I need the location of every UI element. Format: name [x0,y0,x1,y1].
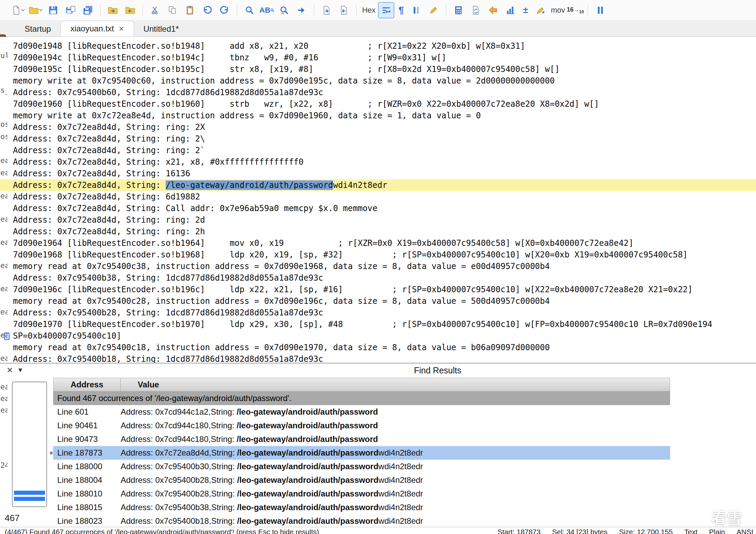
undo-button[interactable] [199,2,215,18]
find-results-scrollbar[interactable] [12,382,47,507]
editor-line[interactable]: memory read at 0x7c95400c18, instruction… [13,342,756,353]
cut-button[interactable] [147,2,163,18]
histogram-button[interactable] [502,2,519,18]
find-result-row[interactable]: Line 601Address: 0x7cd944c1a2,String: /l… [53,405,670,419]
convert-file-button[interactable] [468,2,484,18]
column-mode-button[interactable] [408,2,424,18]
jump-back-button[interactable] [485,2,501,18]
column-header-address[interactable]: Address [53,378,121,391]
import-folder-button[interactable] [105,2,121,18]
save-as-button[interactable] [62,2,79,18]
paste-button[interactable] [182,2,198,18]
result-line-number[interactable]: Line 188010 [53,487,121,501]
status-text-mode[interactable]: Text [684,528,698,534]
edit-operations-button[interactable] [532,2,549,18]
close-icon[interactable]: × [7,365,13,375]
copy-button[interactable] [164,2,181,18]
editor-line[interactable]: Address: 0x7c72ea8d4d, String: /leo-gate… [0,179,756,191]
result-line-number[interactable]: Line 187873 [53,446,121,460]
mov-tool-button[interactable]: mov [550,2,566,18]
editor-line[interactable]: Address: 0x7c72ea8d4d, String: ring: 2X [13,121,756,133]
editor-line[interactable]: 7d090e1970 [libRequestEncoder.so!b1970] … [13,318,756,330]
editor-line[interactable]: 7d090e195c [libRequestEncoder.so!b195c] … [13,63,756,75]
show-paragraph-marks-button[interactable]: ¶ [395,2,407,18]
pause-button[interactable] [592,2,608,18]
result-line-number[interactable]: Line 90461 [53,419,121,432]
status-charset[interactable]: ANSI [737,528,753,534]
editor-line[interactable]: memory read at 0x7c95400c28, instruction… [13,295,756,307]
tab-untitled1[interactable]: Untitled1* [134,21,188,36]
open-file-button[interactable] [28,2,44,18]
tab-close-icon[interactable]: × [119,24,124,33]
save-button[interactable] [45,2,61,18]
redo-button[interactable] [216,2,233,18]
result-line-number[interactable]: Line 188023 [53,514,121,528]
find-result-row[interactable]: Line 187873Address: 0x7c72ea8d4d,String:… [53,446,670,460]
result-value[interactable]: Address: 0x7c95400b28,String: /leo-gatew… [121,473,670,487]
result-value[interactable]: Address: 0x7c95400b28,String: /leo-gatew… [121,487,670,501]
selected-text[interactable]: /leo-gateway/android/auth/password [166,180,333,190]
goto-line-button[interactable] [293,2,310,18]
dropdown-caret-icon[interactable]: ▾ [18,366,22,374]
checksum-button[interactable]: ± [520,2,531,18]
editor-line[interactable]: 7d090e196c [libRequestEncoder.so!b196c] … [13,284,756,295]
find-result-row[interactable]: Line 188000Address: 0x7c95400b30,String:… [53,460,670,473]
find-button[interactable] [241,2,258,18]
export-folder-button[interactable] [122,2,138,18]
editor-line[interactable]: 7d090e1960 [libRequestEncoder.so!b1960] … [13,98,756,110]
result-value[interactable]: Address: 0x7cd944c180,String: /leo-gatew… [121,419,670,432]
find-result-row[interactable]: Line 188010Address: 0x7c95400b28,String:… [53,487,670,501]
status-syntax[interactable]: Plain [709,528,725,534]
result-line-number[interactable]: Line 188015 [53,501,121,514]
column-header-value[interactable]: Value [121,378,670,391]
result-value[interactable]: Address: 0x7c72ea8d4d,String: /leo-gatew… [121,446,670,460]
base-converter-button[interactable]: 16→10 [567,2,584,18]
editor-line[interactable]: Address: 0x7c95400b60, String: 1dcd877d8… [13,87,756,98]
editor-line[interactable]: Address: 0x7c72ea8d4d, String: ring: 2d [13,214,756,226]
editor-line[interactable]: Address: 0x7c72ea8d4d, String: ring: 2\ [13,133,756,145]
result-value[interactable]: Address: 0x7c95400b18,String: /leo-gatew… [121,514,670,528]
editor-line[interactable]: Address: 0x7c95400b18, String: 1dcd877d8… [13,353,756,363]
editor-line[interactable]: Address: 0x7c72ea8d4d, String: 6d19882 [13,191,756,203]
editor-line[interactable]: 7d090e1964 [libRequestEncoder.so!b1964] … [13,237,756,249]
editor-line[interactable]: SP=0xb400007c95400c10] [13,330,756,342]
editor-line[interactable]: Address: 0x7c72ea8d4d, String: Call addr… [13,203,756,214]
editor-line[interactable]: Address: 0x7c72ea8d4d, String: ring: 2` [13,145,756,156]
find-result-row[interactable]: Line 188004Address: 0x7c95400b28,String:… [53,473,670,487]
word-wrap-button[interactable] [378,2,394,18]
find-result-row[interactable]: Line 90461Address: 0x7cd944c180,String: … [53,419,670,432]
tab-startup[interactable]: Startup [15,21,60,36]
hex-mode-button[interactable]: Hex [361,2,377,18]
editor-line[interactable]: memory read at 0x7c95400c38, instruction… [13,261,756,272]
find-in-files-button[interactable] [276,2,292,18]
highlight-pen-button[interactable] [425,2,442,18]
editor[interactable]: 7d090e1948 [libRequestEncoder.so!b1948] … [0,37,756,363]
save-all-button[interactable] [80,2,96,18]
calculator-button[interactable] [450,2,467,18]
find-result-row[interactable]: Line 90473Address: 0x7cd944c180,String: … [53,432,670,446]
editor-line[interactable]: Address: 0x7c72ea8d4d, String: ring: 2h [13,226,756,237]
jump-bookmark-forward-button[interactable] [318,2,335,18]
editor-line[interactable]: Address: 0x7c72ea8d4d, String: 16136 [13,168,756,179]
editor-line[interactable]: 7d090e1948 [libRequestEncoder.so!b1948] … [13,40,756,52]
result-value[interactable]: Address: 0x7cd944c1a2,String: /leo-gatew… [121,405,670,419]
editor-line[interactable]: Address: 0x7c95400b38, String: 1dcd877d8… [13,272,756,284]
editor-line[interactable]: Address: 0x7c72ea8d4d, String: x21, x8, … [13,156,756,168]
result-value[interactable]: Address: 0x7c95400b30,String: /leo-gatew… [121,460,670,473]
replace-button[interactable]: AB [259,2,275,18]
result-value[interactable]: Address: 0x7c95400b38,String: /leo-gatew… [121,501,670,514]
editor-line[interactable]: 7d090e1968 [libRequestEncoder.so!b1968] … [13,249,756,261]
find-result-row[interactable]: Line 188023Address: 0x7c95400b18,String:… [53,514,670,528]
result-line-number[interactable]: Line 188000 [53,460,121,473]
new-file-button[interactable] [10,2,27,18]
editor-line[interactable]: Address: 0x7c95400b28, String: 1dcd877d8… [13,307,756,318]
jump-bookmark-back-button[interactable] [336,2,352,18]
editor-line[interactable]: memory write at 0x7c72ea8e4d, instructio… [13,110,756,121]
editor-line[interactable]: 7d090e194c [libRequestEncoder.so!b194c] … [13,52,756,63]
editor-line[interactable]: memory write at 0x7c95400c60, instructio… [13,75,756,87]
result-line-number[interactable]: Line 601 [53,405,121,419]
result-line-number[interactable]: Line 90473 [53,432,121,446]
tab-xiaoyuan[interactable]: xiaoyuan.txt × [60,21,134,36]
find-result-row[interactable]: Line 188015Address: 0x7c95400b38,String:… [53,501,670,514]
result-value[interactable]: Address: 0x7cd944c180,String: /leo-gatew… [121,432,670,446]
